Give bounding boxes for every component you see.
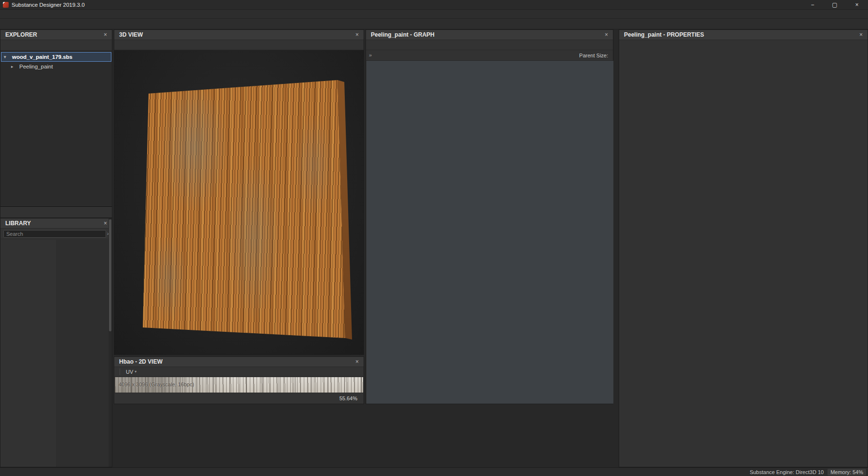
library-panel: LIBRARY × » (0, 218, 112, 467)
library-title: LIBRARY (5, 220, 31, 227)
left-minibar (0, 206, 112, 218)
graph-canvas[interactable] (366, 61, 613, 404)
engine-status: Substance Engine: Direct3D 10 (750, 469, 824, 475)
pin-icon[interactable] (836, 31, 844, 39)
explorer-tree: ▾ wood_v_paint_179.sbs ▸ Peeling_paint (0, 51, 112, 205)
library-toolbar: » (0, 229, 112, 239)
library-categories (0, 240, 57, 467)
info-icon[interactable] (18, 207, 29, 217)
parent-size-label: Parent Size: (579, 53, 608, 58)
view2d-title: Hbao - 2D VIEW (119, 358, 163, 365)
close-icon[interactable]: × (353, 31, 361, 39)
search-input[interactable] (3, 230, 106, 238)
properties-header: Peeling_paint - PROPERTIES × (619, 30, 868, 40)
graph-toolbar (366, 40, 613, 50)
explorer-panel: EXPLORER × ▾ wood_v_paint_179.sbs ▸ Peel… (0, 29, 112, 206)
tree-item-graph[interactable]: ▸ Peeling_paint (1, 62, 111, 71)
chevron-right-icon[interactable]: ▸ (11, 64, 15, 69)
graph-node-palette: » Parent Size: (366, 50, 613, 61)
chevron-down-icon: ▾ (135, 370, 136, 374)
view2d-header: Hbao - 2D VIEW × (114, 357, 364, 367)
pin-icon[interactable] (332, 31, 340, 39)
view3d-title: 3D VIEW (119, 31, 143, 38)
status-bar: Substance Engine: Direct3D 10 Memory: 54… (0, 467, 868, 476)
graph-header: Peeling_paint - GRAPH × (366, 30, 613, 40)
pin-icon[interactable] (80, 31, 88, 39)
pin-icon[interactable] (332, 358, 340, 366)
popout-icon[interactable] (91, 219, 99, 228)
close-button[interactable]: × (846, 0, 868, 9)
close-icon[interactable]: × (602, 31, 610, 39)
texture-size-label: 4096 x 3096 (Grayscale, 16bpc) (119, 381, 194, 387)
properties-list (619, 40, 868, 467)
graph-panel: Peeling_paint - GRAPH × » Parent Size: (366, 29, 613, 404)
properties-panel: Peeling_paint - PROPERTIES × (619, 29, 868, 467)
view3d-menubar (114, 40, 364, 50)
texture-canvas-2d[interactable]: 4096 x 3096 (Grayscale, 16bpc) (115, 377, 363, 393)
view3d-header: 3D VIEW × (114, 30, 364, 40)
menu-bar (0, 10, 868, 19)
title-bar: Substance Designer 2019.3.0 − ▢ × (0, 0, 868, 10)
package-name: wood_v_paint_179.sbs (12, 54, 72, 60)
app-icon (3, 2, 9, 8)
explorer-title: EXPLORER (5, 31, 37, 38)
popout-icon[interactable] (592, 31, 600, 39)
pin-icon[interactable] (581, 31, 589, 39)
library-items (57, 240, 112, 467)
minimize-button[interactable]: − (801, 0, 824, 9)
tree-item-package[interactable]: ▾ wood_v_paint_179.sbs (1, 52, 111, 62)
popout-icon[interactable] (342, 31, 351, 39)
window-title: Substance Designer 2019.3.0 (12, 2, 85, 8)
view3d-panel: 3D VIEW × (114, 29, 364, 355)
graph-name: Peeling_paint (19, 64, 53, 69)
properties-title: Peeling_paint - PROPERTIES (624, 31, 704, 38)
uv-label: UV (126, 369, 133, 375)
graph-title: Peeling_paint - GRAPH (371, 31, 434, 38)
chevron-down-icon[interactable]: ▾ (4, 54, 8, 59)
wood-plank-render (114, 50, 364, 354)
close-icon[interactable]: × (857, 31, 865, 39)
memory-status: Memory: 54% (827, 469, 866, 476)
view2d-toolbar: UV ▾ (114, 367, 364, 377)
window-controls: − ▢ × (801, 0, 868, 9)
view2d-statusbar: 55.64% (114, 393, 364, 404)
close-icon[interactable]: × (101, 31, 109, 39)
explorer-toolbar (0, 40, 112, 51)
viewport-3d[interactable] (114, 50, 364, 354)
hierarchy-icon[interactable] (4, 207, 14, 217)
uv-dropdown[interactable]: UV ▾ (123, 369, 139, 375)
close-icon[interactable]: × (353, 358, 361, 366)
popout-icon[interactable] (342, 358, 351, 366)
popout-icon[interactable] (91, 31, 99, 39)
main-toolbar (0, 19, 868, 29)
explorer-header: EXPLORER × (0, 30, 112, 40)
library-header: LIBRARY × (0, 218, 112, 229)
overflow-icon[interactable]: » (369, 53, 372, 58)
view2d-panel: Hbao - 2D VIEW × UV ▾ 4096 x 3096 (Grays… (114, 356, 364, 404)
maximize-button[interactable]: ▢ (824, 0, 846, 9)
zoom-level: 55.64% (338, 395, 359, 401)
library-scrollbar[interactable] (108, 218, 112, 467)
popout-icon[interactable] (846, 31, 854, 39)
